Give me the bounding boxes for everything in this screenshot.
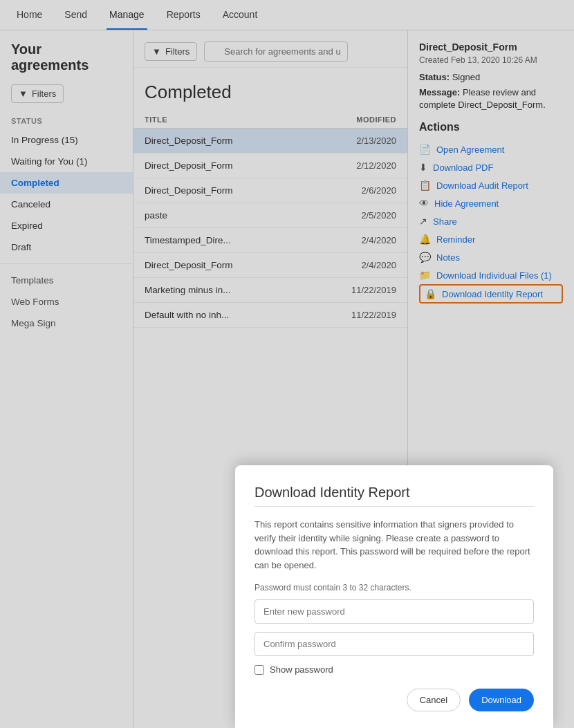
modal-divider (254, 506, 534, 507)
new-password-input[interactable] (254, 599, 534, 624)
modal-actions: Cancel Download (254, 689, 534, 711)
modal-body-text: This report contains sensitive informati… (254, 518, 534, 572)
modal-title: Download Identity Report (254, 485, 534, 501)
download-identity-report-modal: Download Identity Report This report con… (235, 465, 553, 728)
password-rule-label: Password must contain 3 to 32 characters… (254, 583, 534, 592)
confirm-password-input[interactable] (254, 632, 534, 656)
show-password-checkbox[interactable] (254, 665, 264, 675)
cancel-button[interactable]: Cancel (407, 689, 461, 711)
show-password-label[interactable]: Show password (270, 664, 333, 675)
show-password-row: Show password (254, 664, 534, 675)
download-button[interactable]: Download (469, 689, 534, 711)
